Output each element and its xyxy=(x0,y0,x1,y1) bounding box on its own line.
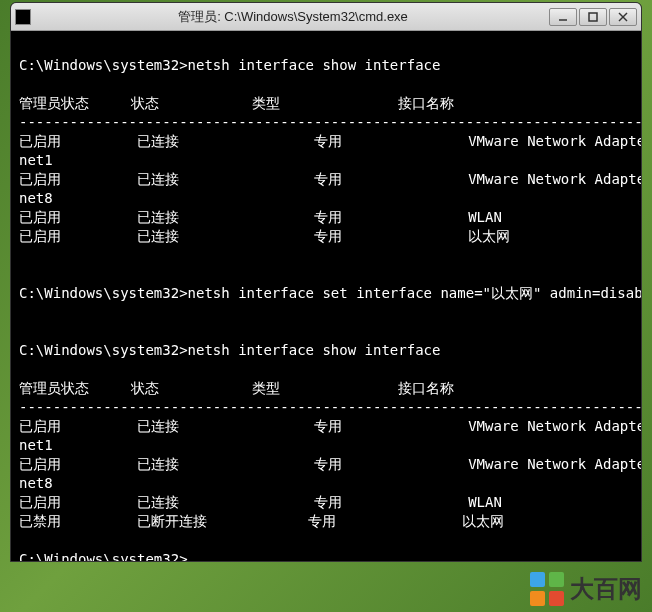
terminal-output[interactable]: C:\Windows\system32>netsh interface show… xyxy=(11,31,641,561)
svg-rect-1 xyxy=(589,13,597,21)
cmd-window: 管理员: C:\Windows\System32\cmd.exe C:\Wind… xyxy=(10,2,642,562)
logo-icon xyxy=(530,572,564,606)
watermark-text: 大百网 xyxy=(570,573,642,605)
window-controls xyxy=(549,8,637,26)
maximize-button[interactable] xyxy=(579,8,607,26)
watermark: 大百网 xyxy=(530,572,642,606)
titlebar[interactable]: 管理员: C:\Windows\System32\cmd.exe xyxy=(11,3,641,31)
window-title: 管理员: C:\Windows\System32\cmd.exe xyxy=(37,8,549,26)
close-button[interactable] xyxy=(609,8,637,26)
cmd-icon xyxy=(15,9,31,25)
minimize-button[interactable] xyxy=(549,8,577,26)
